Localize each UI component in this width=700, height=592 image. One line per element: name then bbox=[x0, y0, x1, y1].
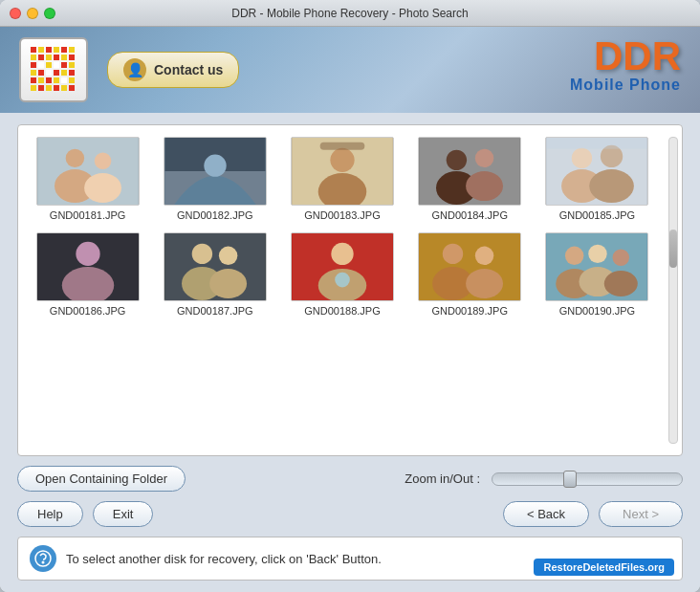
photo-item-3[interactable]: GND00183.JPG bbox=[284, 137, 400, 221]
photo-label-5: GND00185.JPG bbox=[559, 209, 635, 221]
svg-rect-0 bbox=[31, 47, 36, 53]
photo-label-2: GND00182.JPG bbox=[177, 209, 252, 221]
svg-rect-21 bbox=[54, 70, 59, 76]
photo-thumb-6[interactable] bbox=[36, 232, 140, 301]
svg-rect-12 bbox=[31, 62, 36, 68]
svg-rect-1 bbox=[38, 47, 44, 53]
close-button[interactable] bbox=[10, 8, 21, 19]
svg-rect-4 bbox=[61, 47, 67, 53]
main-content: GND00181.JPG GND00182.JPG bbox=[0, 113, 700, 592]
photo-item-2[interactable]: GND00182.JPG bbox=[157, 137, 273, 221]
open-folder-label: Open Containing Folder bbox=[35, 471, 167, 486]
svg-rect-11 bbox=[69, 55, 75, 60]
photo-label-4: GND00184.JPG bbox=[431, 209, 507, 221]
svg-point-77 bbox=[565, 247, 583, 265]
ddr-title: DDR bbox=[570, 36, 681, 77]
help-label: Help bbox=[37, 507, 63, 521]
photo-thumb-10[interactable] bbox=[545, 232, 648, 301]
svg-rect-33 bbox=[54, 85, 59, 91]
svg-rect-22 bbox=[61, 70, 67, 76]
navigation-row: Help Exit < Back Next > bbox=[17, 501, 683, 527]
svg-point-45 bbox=[330, 148, 354, 172]
logo-box bbox=[19, 37, 88, 102]
svg-rect-35 bbox=[69, 85, 75, 91]
svg-rect-7 bbox=[38, 55, 44, 60]
svg-point-81 bbox=[613, 250, 630, 267]
window-title: DDR - Mobile Phone Recovery - Photo Sear… bbox=[231, 7, 468, 20]
svg-rect-25 bbox=[38, 77, 44, 83]
photo-item-1[interactable]: GND00181.JPG bbox=[30, 137, 145, 221]
zoom-label: Zoom in/Out : bbox=[405, 471, 480, 486]
photo-grid-container: GND00181.JPG GND00182.JPG bbox=[17, 124, 683, 456]
svg-rect-32 bbox=[46, 85, 52, 91]
photo-thumb-3[interactable] bbox=[291, 137, 394, 206]
contact-us-label: Contact us bbox=[154, 62, 223, 77]
svg-rect-27 bbox=[54, 77, 59, 83]
controls-row: Open Containing Folder Zoom in/Out : bbox=[17, 466, 683, 492]
photo-thumb-9[interactable] bbox=[418, 232, 521, 301]
svg-rect-20 bbox=[46, 70, 52, 76]
info-icon bbox=[30, 545, 56, 572]
photo-item-9[interactable]: GND00189.JPG bbox=[412, 232, 528, 317]
svg-point-54 bbox=[572, 148, 592, 168]
photo-label-6: GND00186.JPG bbox=[50, 305, 125, 317]
photo-item-7[interactable]: GND00187.JPG bbox=[157, 232, 273, 317]
svg-point-63 bbox=[191, 244, 211, 264]
svg-rect-6 bbox=[31, 55, 36, 60]
photo-item-6[interactable]: GND00186.JPG bbox=[30, 232, 145, 317]
info-message: To select another disk for recovery, cli… bbox=[66, 552, 382, 566]
svg-point-65 bbox=[219, 247, 237, 265]
photo-thumb-4[interactable] bbox=[418, 137, 521, 206]
svg-rect-17 bbox=[69, 62, 75, 68]
scrollbar[interactable] bbox=[668, 137, 678, 444]
restore-badge: RestoreDeletedFiles.org bbox=[534, 559, 674, 576]
photo-item-8[interactable]: GND00188.JPG bbox=[284, 232, 400, 317]
photo-thumb-7[interactable] bbox=[164, 232, 267, 301]
title-bar: DDR - Mobile Phone Recovery - Photo Sear… bbox=[0, 0, 700, 27]
svg-rect-5 bbox=[69, 47, 75, 53]
photo-item-10[interactable]: GND00190.JPG bbox=[539, 232, 655, 317]
svg-point-39 bbox=[94, 153, 111, 170]
svg-point-75 bbox=[466, 269, 503, 298]
zoom-slider[interactable] bbox=[492, 472, 683, 486]
svg-point-37 bbox=[65, 149, 83, 167]
photo-item-4[interactable]: GND00184.JPG bbox=[412, 137, 528, 221]
photo-thumb-5[interactable] bbox=[545, 137, 648, 206]
exit-button[interactable]: Exit bbox=[93, 501, 154, 527]
contact-us-button[interactable]: 👤 Contact us bbox=[107, 52, 239, 88]
back-button[interactable]: < Back bbox=[503, 501, 589, 527]
svg-rect-15 bbox=[54, 62, 59, 68]
photo-label-7: GND00187.JPG bbox=[177, 305, 252, 317]
svg-rect-23 bbox=[69, 70, 75, 76]
svg-point-72 bbox=[443, 244, 463, 264]
photo-label-3: GND00183.JPG bbox=[304, 209, 380, 221]
photo-grid: GND00181.JPG GND00182.JPG bbox=[30, 137, 670, 317]
svg-rect-9 bbox=[54, 55, 59, 60]
scrollbar-thumb[interactable] bbox=[669, 230, 677, 268]
maximize-button[interactable] bbox=[44, 8, 55, 19]
minimize-button[interactable] bbox=[27, 8, 38, 19]
photo-thumb-2[interactable] bbox=[164, 137, 267, 206]
svg-rect-8 bbox=[46, 55, 52, 60]
photo-thumb-1[interactable] bbox=[36, 137, 140, 206]
svg-point-70 bbox=[335, 273, 350, 288]
svg-point-43 bbox=[204, 155, 226, 177]
svg-rect-14 bbox=[46, 62, 52, 68]
svg-point-57 bbox=[590, 169, 635, 203]
svg-rect-3 bbox=[54, 47, 59, 53]
svg-rect-31 bbox=[38, 85, 44, 91]
photo-item-5[interactable]: GND00185.JPG bbox=[539, 137, 655, 221]
svg-rect-24 bbox=[31, 77, 36, 83]
svg-rect-30 bbox=[31, 85, 36, 91]
photo-thumb-8[interactable] bbox=[291, 232, 394, 301]
back-label: < Back bbox=[527, 507, 565, 521]
app-header: 👤 Contact us DDR Mobile Phone bbox=[0, 27, 700, 113]
open-folder-button[interactable]: Open Containing Folder bbox=[17, 466, 186, 492]
svg-point-79 bbox=[589, 245, 607, 263]
next-button[interactable]: Next > bbox=[599, 501, 683, 527]
svg-point-82 bbox=[604, 271, 638, 296]
photo-label-9: GND00189.JPG bbox=[431, 305, 507, 317]
help-button[interactable]: Help bbox=[17, 501, 83, 527]
svg-rect-10 bbox=[61, 55, 67, 60]
svg-point-74 bbox=[475, 247, 493, 265]
